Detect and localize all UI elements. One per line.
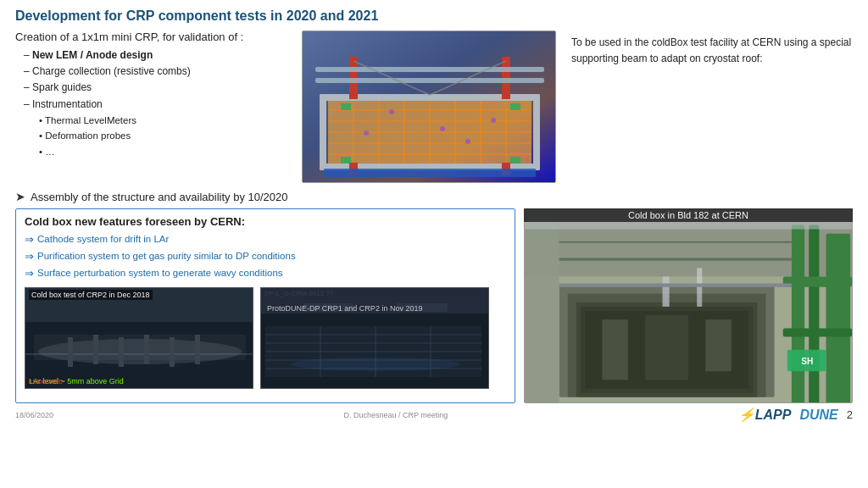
- svg-rect-44: [93, 335, 98, 364]
- svg-rect-18: [533, 94, 540, 170]
- lapp-logo: ⚡LAPP: [738, 407, 792, 423]
- svg-rect-82: [645, 315, 688, 380]
- svg-rect-27: [324, 169, 536, 177]
- svg-rect-70: [792, 225, 804, 404]
- sub-bullet-2: Deformation probes: [39, 128, 287, 143]
- svg-point-30: [465, 139, 470, 144]
- bullet-1: New LEM / Anode design: [24, 47, 287, 64]
- svg-rect-71: [809, 225, 819, 404]
- slide: Development for CRP component tests in 2…: [0, 0, 868, 488]
- footer-center: D. Duchesneau / CRP meeting: [343, 411, 448, 419]
- svg-rect-43: [68, 337, 73, 367]
- svg-rect-74: [783, 328, 852, 336]
- svg-point-32: [440, 126, 445, 131]
- cold-box-bld-label: Cold box in Bld 182 at CERN: [524, 208, 853, 222]
- footer-date: 18/06/2020: [15, 411, 53, 419]
- crp-image: [302, 30, 556, 183]
- feature-arrow-1: ⇒: [25, 232, 34, 247]
- svg-rect-81: [602, 319, 627, 380]
- bullet-2: Charge collection (resistive combs): [24, 64, 287, 80]
- svg-rect-75: [525, 209, 559, 403]
- sub-bullet-1: Thermal LevelMeters: [39, 113, 287, 128]
- right-description: To be used in the coldBox test facility …: [571, 30, 853, 183]
- svg-rect-35: [341, 157, 351, 164]
- svg-point-29: [389, 109, 394, 114]
- feature-1: ⇒ Cathode system for drift in LAr: [25, 232, 506, 247]
- svg-point-28: [364, 130, 369, 136]
- sub-bullets: Thermal LevelMeters Deformation probes …: [24, 113, 287, 159]
- svg-rect-34: [510, 103, 520, 110]
- crp-image-container: [293, 30, 565, 183]
- svg-rect-24: [315, 67, 544, 72]
- left-content: Creation of a 1x1m mini CRP, for validat…: [15, 30, 287, 183]
- svg-rect-83: [705, 319, 731, 371]
- photo-2-label: ProtoDUNE-DP CRP1 and CRP2 in Nov 2019: [264, 303, 425, 313]
- svg-rect-47: [170, 337, 175, 367]
- page-title: Development for CRP component tests in 2…: [15, 8, 853, 24]
- bullet-3: Spark guides: [24, 80, 287, 96]
- svg-point-61: [291, 358, 460, 371]
- photo-1: MP04-CRM-003: [25, 287, 253, 389]
- page-number: 2: [847, 408, 853, 421]
- svg-rect-73: [783, 276, 852, 286]
- svg-point-31: [491, 118, 496, 123]
- footer: 18/06/2020 D. Duchesneau / CRP meeting ⚡…: [15, 407, 853, 423]
- photo-1-bg: [25, 288, 253, 388]
- feature-arrow-3: ⇒: [25, 266, 34, 281]
- lightning-icon: ⚡: [738, 408, 755, 422]
- photo-1-label: Cold box test of CRP2 in Dec 2018: [29, 290, 153, 300]
- svg-rect-23: [315, 78, 544, 83]
- cold-box-bld-photo: SH: [524, 208, 853, 403]
- feature-2: ⇒ Purification system to get gas purity …: [25, 249, 506, 264]
- svg-rect-33: [341, 103, 351, 110]
- svg-rect-48: [195, 335, 200, 364]
- svg-rect-45: [119, 337, 124, 367]
- dune-logo: DUNE: [799, 408, 837, 423]
- feature-3: ⇒ Surface perturbation system to generat…: [25, 266, 506, 281]
- assembly-text: Assembly of the structure and availabili…: [31, 191, 288, 203]
- cold-box-features: Cold box new features foreseen by CERN: …: [15, 208, 515, 403]
- svg-rect-46: [144, 335, 149, 364]
- main-bullets: New LEM / Anode design Charge collection…: [15, 47, 287, 159]
- feature-arrow-2: ⇒: [25, 249, 34, 264]
- assembly-line: ➤ Assembly of the structure and availabi…: [15, 190, 853, 203]
- sub-bullet-3: …: [39, 144, 287, 159]
- assembly-arrow: ➤: [15, 190, 25, 203]
- photos-row: MP04-CRM-003: [25, 287, 506, 389]
- logos: ⚡LAPP DUNE 2: [738, 407, 853, 423]
- svg-text:SH: SH: [801, 357, 813, 366]
- photo-2: DP-L_G-CRM-0011 ??: [260, 287, 489, 389]
- cold-box-title: Cold box new features foreseen by CERN:: [25, 215, 506, 228]
- svg-rect-36: [510, 157, 520, 164]
- svg-rect-72: [826, 234, 850, 403]
- svg-rect-17: [320, 94, 326, 170]
- bullet-4: Instrumentation: [24, 97, 287, 113]
- subtitle: Creation of a 1x1m mini CRP, for validat…: [15, 30, 287, 43]
- cold-box-bld-section: Cold box in Bld 182 at CERN: [524, 208, 853, 403]
- photo-1-date: 18/06/2020: [29, 378, 63, 385]
